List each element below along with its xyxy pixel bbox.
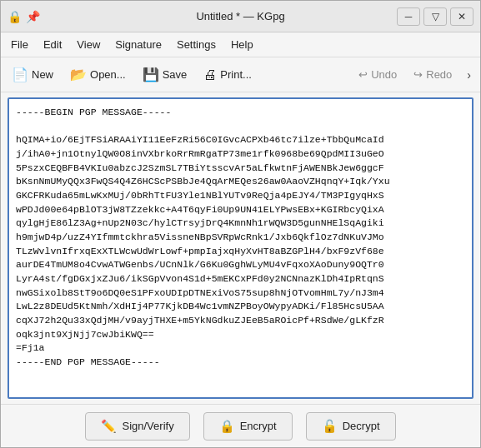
minimize-button[interactable]: ─ [397, 7, 420, 26]
maximize-button[interactable]: ▽ [423, 7, 447, 26]
new-label: New [32, 68, 53, 81]
close-button[interactable]: ✕ [450, 7, 473, 26]
toolbar: 📄 New 📂 Open... 💾 Save 🖨 Print... ↩ Undo… [1, 57, 480, 92]
sign-verify-button[interactable]: ✏️ Sign/Verify [85, 412, 189, 441]
decrypt-label: Decrypt [343, 420, 380, 432]
new-icon: 📄 [12, 67, 28, 82]
save-button[interactable]: 💾 Save [135, 62, 195, 87]
more-button[interactable]: › [461, 64, 477, 86]
lock-icon: 🔒 [8, 10, 21, 23]
decrypt-icon: 🔓 [322, 419, 338, 434]
save-icon: 💾 [143, 67, 159, 82]
print-icon: 🖨 [203, 67, 217, 82]
menu-file[interactable]: File [4, 35, 35, 54]
undo-redo-group: ↩ Undo ↪ Redo [351, 64, 459, 85]
title-bar: 🔒 📌 Untitled * — KGpg ─ ▽ ✕ [1, 1, 480, 32]
sign-icon: ✏️ [101, 419, 117, 434]
menu-signature[interactable]: Signature [108, 35, 168, 54]
main-window: 🔒 📌 Untitled * — KGpg ─ ▽ ✕ File Edit Vi… [0, 0, 481, 448]
pgp-message-editor[interactable] [8, 97, 473, 399]
redo-button[interactable]: ↪ Redo [406, 64, 459, 85]
print-label: Print... [220, 68, 252, 81]
redo-label: Redo [426, 68, 452, 81]
open-label: Open... [90, 68, 126, 81]
new-button[interactable]: 📄 New [4, 62, 61, 87]
encrypt-button[interactable]: 🔒 Encrypt [203, 412, 293, 441]
open-icon: 📂 [70, 67, 87, 82]
menu-edit[interactable]: Edit [37, 35, 68, 54]
save-label: Save [163, 68, 188, 81]
title-bar-left-icons: 🔒 📌 [8, 10, 39, 23]
print-button[interactable]: 🖨 Print... [196, 63, 259, 87]
content-area [1, 92, 480, 404]
menu-settings[interactable]: Settings [170, 35, 223, 54]
title-bar-controls: ─ ▽ ✕ [397, 7, 473, 26]
action-bar: ✏️ Sign/Verify 🔒 Encrypt 🔓 Decrypt [1, 404, 480, 447]
encrypt-label: Encrypt [240, 420, 277, 432]
undo-label: Undo [371, 68, 397, 81]
undo-icon: ↩ [358, 68, 368, 81]
window-title: Untitled * — KGpg [196, 10, 284, 22]
redo-icon: ↪ [413, 68, 423, 81]
pin-icon: 📌 [26, 10, 39, 23]
menu-view[interactable]: View [70, 35, 107, 54]
undo-button[interactable]: ↩ Undo [351, 64, 404, 85]
decrypt-button[interactable]: 🔓 Decrypt [306, 412, 396, 441]
open-button[interactable]: 📂 Open... [63, 62, 133, 87]
menu-help[interactable]: Help [224, 35, 260, 54]
menu-bar: File Edit View Signature Settings Help [1, 32, 480, 57]
encrypt-icon: 🔒 [219, 419, 235, 434]
sign-verify-label: Sign/Verify [122, 420, 173, 432]
